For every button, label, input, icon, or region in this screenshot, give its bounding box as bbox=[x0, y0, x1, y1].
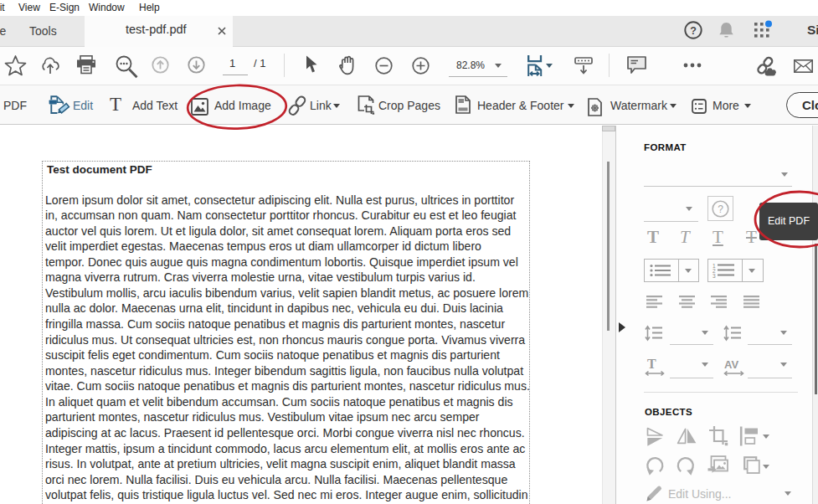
svg-text:?: ? bbox=[718, 203, 723, 215]
svg-text:3: 3 bbox=[713, 273, 716, 279]
svg-text:T: T bbox=[647, 357, 656, 371]
svg-text:?: ? bbox=[690, 25, 697, 37]
svg-text:AV: AV bbox=[724, 358, 738, 371]
